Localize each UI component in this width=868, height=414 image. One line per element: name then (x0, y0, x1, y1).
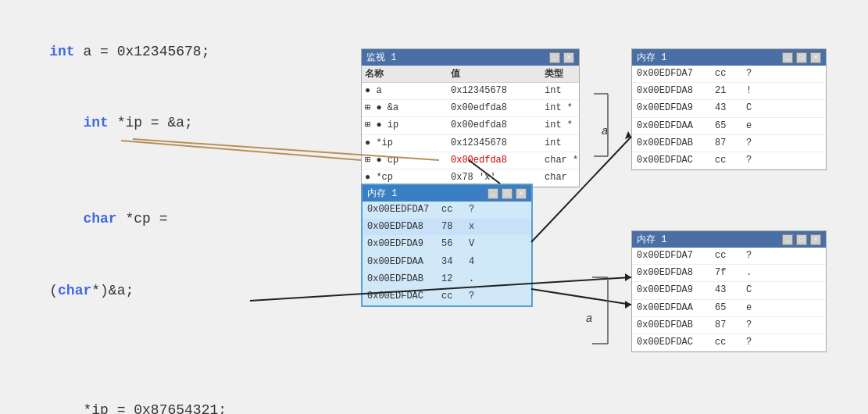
keyword-int2: int (83, 115, 108, 130)
mem-br-title: 内存 1 (637, 233, 666, 246)
mem-topright-title: 内存 1 (637, 51, 666, 64)
monitor-row-a: ● a 0x12345678 int (362, 83, 579, 100)
mem-br-row-5: 0x00EDFDAB 87 ? (632, 317, 826, 334)
minimize-btn-tr[interactable]: _ (782, 52, 793, 63)
mem-br-row-4: 0x00EDFDAA 65 e (632, 300, 826, 317)
monitor-title: 监视 1 (366, 51, 396, 64)
code-line-8: *ip = 0x87654321; (16, 374, 352, 414)
monitor-panel: 监视 1 _ × 名称 值 类型 ● a 0x12345678 int ⊞ ● … (361, 48, 580, 187)
mem-tr-row-4: 0x00EDFDAA 65 e (632, 118, 826, 135)
code-line-4: char *cp = (16, 183, 352, 255)
mem-mid-title: 内存 1 (367, 187, 397, 200)
monitor-row-ip: ⊞ ● ip 0x00edfda8 int * (362, 117, 579, 134)
mem-mid-row-4: 0x00EDFDAA 34 4 (363, 254, 531, 271)
svg-marker-6 (625, 273, 631, 281)
monitor-titlebar: 监视 1 _ × (362, 49, 579, 66)
minimize-button[interactable]: _ (549, 52, 560, 63)
mem-topright-buttons: _ □ × (782, 52, 821, 63)
mem-topright-titlebar: 内存 1 _ □ × (632, 49, 826, 66)
maxrestore-btn-br[interactable]: □ (796, 234, 807, 245)
monitor-row-cp: ⊞ ● cp 0x00edfda8 char * (362, 152, 579, 170)
code-line-7 (16, 350, 352, 374)
label-a-bottom: a (586, 312, 592, 325)
svg-marker-4 (625, 131, 631, 139)
mem-br-buttons: _ □ × (782, 234, 821, 245)
mem-mid-buttons: _ □ × (488, 188, 527, 199)
label-a-top: a (602, 125, 608, 137)
code-line-6 (16, 327, 352, 351)
close-btn-tr[interactable]: × (810, 52, 821, 63)
mem-mid-row-5: 0x00EDFDAB 12 . (363, 271, 531, 288)
code-line-1: int a = 0x12345678; (16, 16, 352, 87)
svg-line-7 (531, 289, 631, 305)
mem-br-titlebar: 内存 1 _ □ × (632, 231, 826, 248)
mem-br-row-1: 0x00EDFDA7 cc ? (632, 248, 826, 265)
code-line-3 (16, 159, 352, 184)
monitor-header: 名称 值 类型 (362, 66, 579, 83)
mem-mid-row-1: 0x00EEDFDA7 cc ? (363, 202, 531, 219)
col-value: 值 (451, 67, 545, 80)
code-line-2: int *ip = &a; (16, 87, 352, 159)
code-area: int a = 0x12345678; int *ip = &a; char *… (16, 16, 352, 414)
keyword-int: int (49, 44, 74, 59)
mem-tr-row-3: 0x00EDFDA9 43 C (632, 100, 826, 117)
mem-mid-row-2: 0x00EDFDA8 78 x (363, 219, 531, 236)
mem-tr-row-5: 0x00EDFDAB 87 ? (632, 135, 826, 152)
mem-mid-row-3: 0x00EDFDA9 56 V (363, 236, 531, 253)
mem-panel-mid: 内存 1 _ □ × 0x00EEDFDA7 cc ? 0x00EDFDA8 7… (361, 184, 533, 307)
close-button[interactable]: × (563, 52, 574, 63)
mem-tr-row-1: 0x00EDFDA7 cc ? (632, 66, 826, 83)
maxrestore-btn-mid[interactable]: □ (502, 188, 513, 199)
mem-mid-titlebar: 内存 1 _ □ × (363, 185, 531, 202)
mem-panel-topright: 内存 1 _ □ × 0x00EDFDA7 cc ? 0x00EDFDA8 21… (631, 48, 827, 170)
mem-br-row-6: 0x00EDFDAC cc ? (632, 334, 826, 352)
mem-tr-row-2: 0x00EDFDA8 21 ! (632, 83, 826, 100)
close-btn-br[interactable]: × (810, 234, 821, 245)
mem-panel-botright: 内存 1 _ □ × 0x00EDFDA7 cc ? 0x00EDFDA8 7f… (631, 230, 827, 352)
keyword-char: char (83, 211, 116, 227)
maxrestore-btn-tr[interactable]: □ (796, 52, 807, 63)
close-btn-mid[interactable]: × (516, 188, 527, 199)
minimize-btn-mid[interactable]: _ (488, 188, 498, 199)
col-name: 名称 (365, 67, 451, 80)
mem-tr-row-6: 0x00EDFDAC cc ? (632, 152, 826, 170)
mem-mid-row-6: 0x00EDFDAC cc ? (363, 288, 531, 305)
monitor-row-addra: ⊞ ● &a 0x00edfda8 int * (362, 100, 579, 117)
monitor-row-derefip: ● *ip 0x12345678 int (362, 135, 579, 152)
code-line-5: (char*)&a; (16, 255, 352, 327)
mem-br-row-3: 0x00EDFDA9 43 C (632, 282, 826, 299)
svg-marker-8 (625, 301, 631, 309)
minimize-btn-br[interactable]: _ (782, 234, 793, 245)
col-type: 类型 (545, 67, 607, 80)
mem-br-row-2: 0x00EDFDA8 7f . (632, 265, 826, 282)
titlebar-buttons: _ × (549, 52, 574, 63)
